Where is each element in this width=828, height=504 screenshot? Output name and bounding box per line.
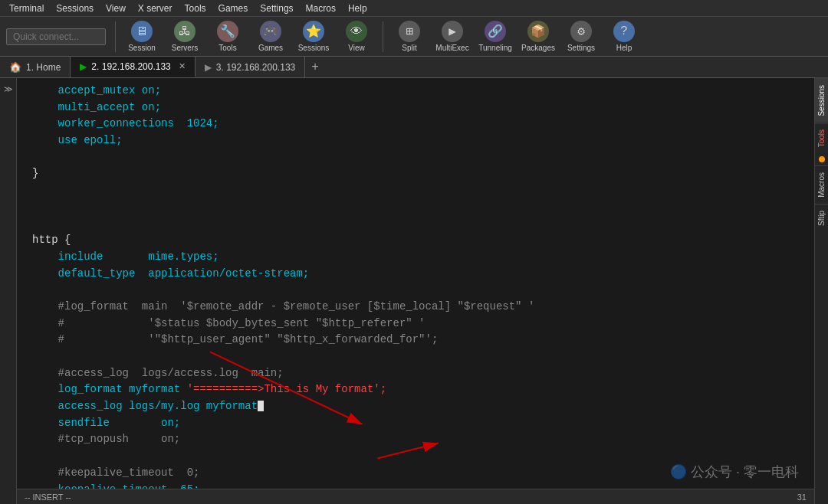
code-line-14: #log_format main '$remote_addr - $remote… <box>32 299 807 316</box>
session-icon: 🖥 <box>131 21 153 42</box>
code-line-13 <box>32 282 807 299</box>
tunneling-label: Tunneling <box>478 44 512 52</box>
tools-icon: 🔧 <box>217 21 238 42</box>
tabs-row: 🏠 1. Home ▶ 2. 192.168.200.133 ✕ ▶ 3. 19… <box>0 57 828 78</box>
packages-label: Packages <box>521 44 555 52</box>
help-icon: ? <box>613 21 635 42</box>
code-line-18: #access_log logs/access.log main; <box>32 365 807 382</box>
code-line-22: #tcp_nopush on; <box>32 431 807 448</box>
code-line-6: } <box>32 165 807 182</box>
log-format-prefix: log_format myformat <box>32 383 187 395</box>
session-button[interactable]: 🖥 Session <box>125 21 159 52</box>
menu-settings[interactable]: Settings <box>254 0 299 16</box>
code-line-11: include mime.types; <box>32 249 807 266</box>
settings-button[interactable]: ⚙ Settings <box>564 21 598 52</box>
tab-home-label: 1. Home <box>26 62 61 73</box>
code-line-17 <box>32 349 807 365</box>
sessions-label: Sessions <box>298 44 330 52</box>
main-layout: ≫ accept_mutex on; multi_accept on; work… <box>0 78 828 504</box>
split-label: Split <box>402 44 416 52</box>
tunneling-icon: 🔗 <box>485 21 506 42</box>
code-line-20: access_log logs/my.log myformat <box>32 398 807 415</box>
cursor <box>258 401 264 411</box>
servers-button[interactable]: 🖧 Servers <box>168 21 202 52</box>
sessions-panel[interactable]: Sessions <box>815 78 828 123</box>
menu-sessions[interactable]: Sessions <box>50 0 100 16</box>
games-button[interactable]: 🎮 Games <box>254 21 288 52</box>
packages-icon: 📦 <box>527 21 549 42</box>
multiexec-icon: ▶ <box>442 21 463 42</box>
session-label: Session <box>128 44 156 52</box>
multiexec-button[interactable]: ▶ MultiExec <box>435 21 469 52</box>
games-label: Games <box>258 44 283 52</box>
menu-view[interactable]: View <box>100 0 132 16</box>
insert-mode-indicator: -- INSERT -- <box>25 493 71 502</box>
menu-macros[interactable]: Macros <box>300 0 342 16</box>
tab-192-2[interactable]: ▶ 3. 192.168.200.133 <box>196 57 305 77</box>
code-line-10: http { <box>32 232 807 249</box>
tab-192-1-label: 2. 192.168.200.133 <box>91 61 170 72</box>
tab-home[interactable]: 🏠 1. Home <box>0 57 71 77</box>
code-line-24: #keepalive_timeout 0; <box>32 465 807 482</box>
code-line-15: # '$status $body_bytes_sent "$http_refer… <box>32 316 807 332</box>
multiexec-label: MultiExec <box>435 44 468 52</box>
tunneling-button[interactable]: 🔗 Tunneling <box>478 21 512 52</box>
sftp-panel[interactable]: Sftip <box>815 204 828 232</box>
menu-xserver[interactable]: X server <box>132 0 179 16</box>
code-line-19: log_format myformat '==========>This is … <box>32 381 807 398</box>
sidebar-expand-btn[interactable]: ≫ <box>1 81 16 97</box>
code-line-21: sendfile on; <box>32 415 807 432</box>
code-line-2: multi_accept on; <box>32 100 807 116</box>
terminal-icon-1: ▶ <box>80 61 87 72</box>
packages-button[interactable]: 📦 Packages <box>521 21 555 52</box>
terminal-content[interactable]: accept_mutex on; multi_accept on; worker… <box>17 78 814 504</box>
tab-192-2-label: 3. 192.168.200.133 <box>216 62 295 73</box>
help-label: Help <box>616 44 632 52</box>
code-line-7 <box>32 182 807 199</box>
settings-icon: ⚙ <box>570 21 592 42</box>
menu-games[interactable]: Games <box>212 0 255 16</box>
code-line-23 <box>32 448 807 465</box>
sessions-button[interactable]: ⭐ Sessions <box>297 21 330 52</box>
split-button[interactable]: ⊞ Split <box>393 21 426 52</box>
code-line-16: # '"$http_user_agent" "$http_x_forwarded… <box>32 332 807 349</box>
tools-panel[interactable]: Tools <box>815 123 828 153</box>
quick-connect-input[interactable] <box>6 28 106 45</box>
toolbar-separator-1 <box>115 21 116 52</box>
macros-panel[interactable]: Macros <box>815 165 828 204</box>
code-line-5 <box>32 149 807 166</box>
menu-terminal[interactable]: Terminal <box>3 0 50 16</box>
bottom-bar: -- INSERT -- 31 <box>17 489 814 504</box>
servers-label: Servers <box>172 44 198 52</box>
toolbar-separator-2 <box>383 21 383 52</box>
home-icon: 🏠 <box>9 61 21 73</box>
menubar: Terminal Sessions View X server Tools Ga… <box>0 0 828 17</box>
menu-tools[interactable]: Tools <box>179 0 212 16</box>
servers-icon: 🖧 <box>174 21 196 42</box>
view-icon: 👁 <box>346 21 367 42</box>
view-button[interactable]: 👁 View <box>340 21 373 52</box>
split-icon: ⊞ <box>399 21 420 42</box>
line-number: 31 <box>797 493 807 502</box>
toolbar: 🖥 Session 🖧 Servers 🔧 Tools 🎮 Games ⭐ Se… <box>0 17 828 57</box>
terminal-icon-2: ▶ <box>205 62 212 73</box>
tools-label: Tools <box>219 44 236 52</box>
view-label: View <box>348 44 365 52</box>
code-line-8 <box>32 199 807 216</box>
tab-add-button[interactable]: + <box>305 57 325 77</box>
panel-dot <box>819 156 825 162</box>
help-button[interactable]: ? Help <box>607 21 641 52</box>
code-line-3: worker_connections 1024; <box>32 116 807 133</box>
settings-label: Settings <box>567 44 595 52</box>
tab-close-1[interactable]: ✕ <box>179 61 186 71</box>
code-line-12: default_type application/octet-stream; <box>32 266 807 283</box>
left-sidebar: ≫ <box>0 78 17 504</box>
tab-192-1[interactable]: ▶ 2. 192.168.200.133 ✕ <box>71 57 195 77</box>
code-line-1: accept_mutex on; <box>32 83 807 100</box>
tools-button[interactable]: 🔧 Tools <box>211 21 245 52</box>
right-panels: Sessions Tools Macros Sftip <box>814 78 828 504</box>
menu-help[interactable]: Help <box>342 0 373 16</box>
code-line-9 <box>32 216 807 233</box>
log-format-string: '==========>This is My format'; <box>187 383 386 395</box>
games-icon: 🎮 <box>260 21 281 42</box>
